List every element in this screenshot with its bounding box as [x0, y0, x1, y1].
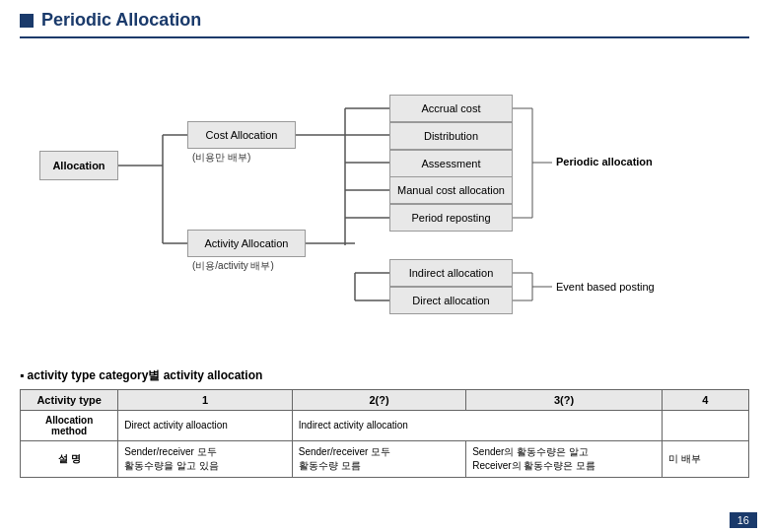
page-title: Periodic Allocation [41, 10, 201, 31]
cost-allocation-box: Cost Allocation [187, 121, 296, 149]
col-header-1: 1 [118, 390, 292, 411]
periodic-allocation-label: Periodic allocation [556, 156, 653, 167]
distribution-box: Distribution [389, 122, 513, 150]
activity-table: Activity type 1 2(?) 3(?) 4 Allocation m… [20, 389, 749, 478]
col-header-3: 3(?) [466, 390, 663, 411]
diagram-area: Allocation Cost Allocation (비용만 배부) Acti… [20, 52, 749, 358]
row1-col2: Direct activity alloaction [118, 411, 292, 441]
title-bar: Periodic Allocation [20, 10, 749, 38]
direct-allocation-box: Direct allocation [389, 287, 513, 314]
table-row-description: 설 명 Sender/receiver 모두활동수량을 알고 있음 Sender… [21, 441, 749, 478]
col-header-activity-type: Activity type [21, 390, 118, 411]
period-reposting-box: Period reposting [389, 204, 513, 232]
page: Periodic Allocation [0, 0, 769, 532]
row2-col3: Sender/receiver 모두활동수량 모름 [292, 441, 465, 478]
assessment-box: Assessment [389, 150, 513, 177]
row1-col5 [662, 411, 748, 441]
activity-allocation-box: Activity Allocation [187, 230, 306, 257]
section-label: ▪ activity type category별 activity alloc… [20, 367, 749, 384]
allocation-box: Allocation [39, 151, 118, 180]
row2-col1: 설 명 [21, 441, 118, 478]
row1-col1: Allocation method [21, 411, 118, 441]
activity-allocation-sub: (비용/activity 배부) [192, 259, 274, 273]
diagram-connectors [20, 52, 749, 358]
title-icon [20, 14, 34, 28]
row2-col2: Sender/receiver 모두활동수량을 알고 있음 [118, 441, 292, 478]
col-header-2: 2(?) [292, 390, 465, 411]
accrual-cost-box: Accrual cost [389, 95, 513, 122]
col-header-4: 4 [662, 390, 748, 411]
manual-cost-allocation-box: Manual cost allocation [389, 176, 513, 204]
page-number: 16 [730, 512, 757, 528]
row1-col3: Indirect activity allocation [292, 411, 662, 441]
row2-col5: 미 배부 [662, 441, 748, 478]
indirect-allocation-box: Indirect allocation [389, 259, 513, 287]
event-based-posting-label: Event based posting [556, 281, 655, 293]
cost-allocation-sub: (비용만 배부) [192, 151, 250, 165]
table-row-allocation: Allocation method Direct activity alloac… [21, 411, 749, 441]
row2-col4: Sender의 활동수량은 알고Receiver의 활동수량은 모름 [466, 441, 663, 478]
